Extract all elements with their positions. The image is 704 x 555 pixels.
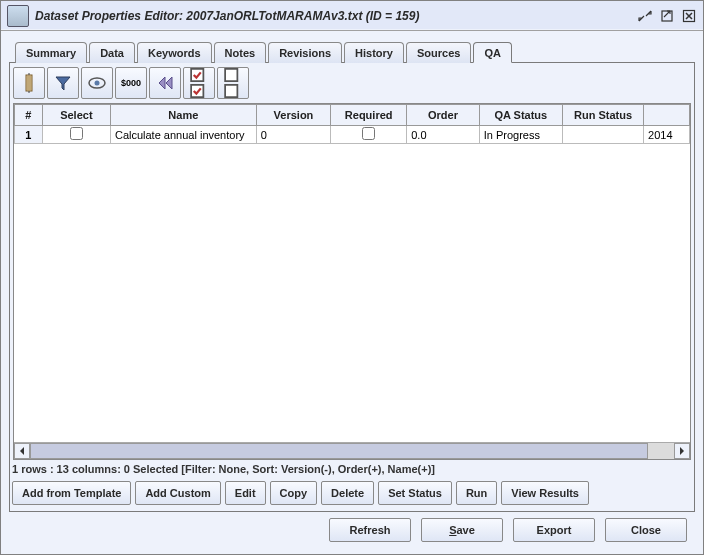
tab-panel-qa: $000: [9, 62, 695, 512]
window-frame: Dataset Properties Editor: 2007JanORLTot…: [0, 0, 704, 555]
row-select-checkbox[interactable]: [70, 127, 83, 140]
unchecked-icon: [223, 68, 243, 82]
unchecked-icon: [223, 84, 243, 98]
window-title: Dataset Properties Editor: 2007JanORLTot…: [35, 9, 631, 23]
col-select[interactable]: Select: [42, 105, 110, 126]
save-rest: ave: [456, 524, 474, 536]
check-icon: [189, 84, 209, 98]
table-area: # Select Name Version Required Order QA …: [13, 103, 691, 460]
titlebar: Dataset Properties Editor: 2007JanORLTot…: [1, 1, 703, 31]
horizontal-scrollbar[interactable]: [14, 442, 690, 459]
tab-summary[interactable]: Summary: [15, 42, 87, 63]
view-results-button[interactable]: View Results: [501, 481, 589, 505]
cell-qa-status[interactable]: In Progress: [479, 126, 562, 144]
table-header-row: # Select Name Version Required Order QA …: [15, 105, 690, 126]
col-order[interactable]: Order: [407, 105, 479, 126]
tab-notes[interactable]: Notes: [214, 42, 267, 63]
scroll-thumb[interactable]: [30, 443, 648, 459]
tab-data[interactable]: Data: [89, 42, 135, 63]
tab-revisions[interactable]: Revisions: [268, 42, 342, 63]
close-window-button[interactable]: Close: [605, 518, 687, 542]
copy-button[interactable]: Copy: [270, 481, 318, 505]
col-required[interactable]: Required: [331, 105, 407, 126]
col-version[interactable]: Version: [256, 105, 330, 126]
minimize-button[interactable]: [637, 8, 653, 24]
tab-history[interactable]: History: [344, 42, 404, 63]
cell-required[interactable]: [331, 126, 407, 144]
window-controls: [637, 8, 697, 24]
price-button[interactable]: $000: [115, 67, 147, 99]
col-extra[interactable]: [644, 105, 690, 126]
save-button[interactable]: Save: [421, 518, 503, 542]
select-all-button[interactable]: [183, 67, 215, 99]
filter-button[interactable]: [47, 67, 79, 99]
price-icon-text: $000: [121, 78, 141, 88]
col-run-status[interactable]: Run Status: [562, 105, 643, 126]
check-icon: [189, 68, 209, 82]
cell-run-status[interactable]: [562, 126, 643, 144]
cell-name[interactable]: Calculate annual inventory: [110, 126, 256, 144]
tab-qa[interactable]: QA: [473, 42, 512, 63]
cell-select[interactable]: [42, 126, 110, 144]
set-status-button[interactable]: Set Status: [378, 481, 452, 505]
toolbar: $000: [10, 63, 694, 103]
first-button[interactable]: [149, 67, 181, 99]
app-icon: [7, 5, 29, 27]
svg-rect-8: [225, 85, 237, 97]
refresh-button[interactable]: Refresh: [329, 518, 411, 542]
scroll-right-button[interactable]: [674, 443, 690, 459]
col-name[interactable]: Name: [110, 105, 256, 126]
columns-icon: [19, 73, 39, 93]
cell-version[interactable]: 0: [256, 126, 330, 144]
action-button-row: Add from Template Add Custom Edit Copy D…: [10, 479, 694, 511]
close-button[interactable]: [681, 8, 697, 24]
table-row[interactable]: 1 Calculate annual inventory 0 0.0 In Pr…: [15, 126, 690, 144]
col-index[interactable]: #: [15, 105, 43, 126]
eye-icon: [87, 73, 107, 93]
delete-button[interactable]: Delete: [321, 481, 374, 505]
run-button[interactable]: Run: [456, 481, 497, 505]
deselect-all-button[interactable]: [217, 67, 249, 99]
svg-rect-7: [225, 69, 237, 81]
tab-sources[interactable]: Sources: [406, 42, 471, 63]
svg-point-4: [95, 81, 100, 86]
rewind-icon: [155, 73, 175, 93]
view-button[interactable]: [81, 67, 113, 99]
status-bar: 1 rows : 13 columns: 0 Selected [Filter:…: [10, 460, 694, 479]
funnel-icon: [53, 73, 73, 93]
required-checkbox[interactable]: [362, 127, 375, 140]
col-qa-status[interactable]: QA Status: [479, 105, 562, 126]
cell-index: 1: [15, 126, 43, 144]
bottom-bar: Refresh Save Export Close: [9, 512, 695, 544]
scroll-track[interactable]: [30, 443, 674, 459]
edit-button[interactable]: Edit: [225, 481, 266, 505]
columns-button[interactable]: [13, 67, 45, 99]
maximize-button[interactable]: [659, 8, 675, 24]
tab-keywords[interactable]: Keywords: [137, 42, 212, 63]
data-grid: # Select Name Version Required Order QA …: [14, 104, 690, 442]
add-from-template-button[interactable]: Add from Template: [12, 481, 131, 505]
add-custom-button[interactable]: Add Custom: [135, 481, 220, 505]
cell-extra[interactable]: 2014: [644, 126, 690, 144]
tab-bar: Summary Data Keywords Notes Revisions Hi…: [9, 41, 695, 62]
scroll-left-button[interactable]: [14, 443, 30, 459]
cell-order[interactable]: 0.0: [407, 126, 479, 144]
export-button[interactable]: Export: [513, 518, 595, 542]
